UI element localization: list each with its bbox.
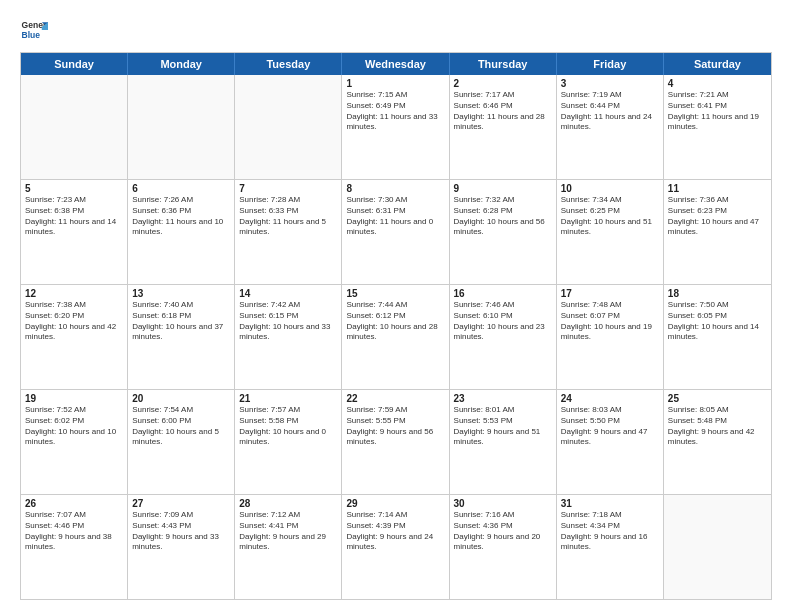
day-header-wednesday: Wednesday bbox=[342, 53, 449, 75]
day-header-saturday: Saturday bbox=[664, 53, 771, 75]
day-number: 4 bbox=[668, 78, 767, 89]
day-info: Sunrise: 7:42 AM Sunset: 6:15 PM Dayligh… bbox=[239, 300, 337, 343]
day-cell-23: 23Sunrise: 8:01 AM Sunset: 5:53 PM Dayli… bbox=[450, 390, 557, 494]
day-info: Sunrise: 7:18 AM Sunset: 4:34 PM Dayligh… bbox=[561, 510, 659, 553]
day-info: Sunrise: 8:05 AM Sunset: 5:48 PM Dayligh… bbox=[668, 405, 767, 448]
day-info: Sunrise: 7:28 AM Sunset: 6:33 PM Dayligh… bbox=[239, 195, 337, 238]
day-info: Sunrise: 7:57 AM Sunset: 5:58 PM Dayligh… bbox=[239, 405, 337, 448]
day-header-thursday: Thursday bbox=[450, 53, 557, 75]
day-cell-10: 10Sunrise: 7:34 AM Sunset: 6:25 PM Dayli… bbox=[557, 180, 664, 284]
day-info: Sunrise: 7:26 AM Sunset: 6:36 PM Dayligh… bbox=[132, 195, 230, 238]
day-cell-6: 6Sunrise: 7:26 AM Sunset: 6:36 PM Daylig… bbox=[128, 180, 235, 284]
svg-text:Blue: Blue bbox=[22, 30, 41, 40]
day-header-tuesday: Tuesday bbox=[235, 53, 342, 75]
day-number: 20 bbox=[132, 393, 230, 404]
day-cell-30: 30Sunrise: 7:16 AM Sunset: 4:36 PM Dayli… bbox=[450, 495, 557, 599]
logo: General Blue bbox=[20, 16, 48, 44]
day-cell-31: 31Sunrise: 7:18 AM Sunset: 4:34 PM Dayli… bbox=[557, 495, 664, 599]
day-number: 7 bbox=[239, 183, 337, 194]
day-cell-19: 19Sunrise: 7:52 AM Sunset: 6:02 PM Dayli… bbox=[21, 390, 128, 494]
day-number: 29 bbox=[346, 498, 444, 509]
day-number: 28 bbox=[239, 498, 337, 509]
calendar-week-2: 5Sunrise: 7:23 AM Sunset: 6:38 PM Daylig… bbox=[21, 179, 771, 284]
day-info: Sunrise: 7:50 AM Sunset: 6:05 PM Dayligh… bbox=[668, 300, 767, 343]
day-cell-28: 28Sunrise: 7:12 AM Sunset: 4:41 PM Dayli… bbox=[235, 495, 342, 599]
day-number: 6 bbox=[132, 183, 230, 194]
day-info: Sunrise: 7:52 AM Sunset: 6:02 PM Dayligh… bbox=[25, 405, 123, 448]
day-info: Sunrise: 7:15 AM Sunset: 6:49 PM Dayligh… bbox=[346, 90, 444, 133]
day-number: 2 bbox=[454, 78, 552, 89]
empty-cell bbox=[235, 75, 342, 179]
empty-cell bbox=[128, 75, 235, 179]
day-number: 3 bbox=[561, 78, 659, 89]
day-info: Sunrise: 8:01 AM Sunset: 5:53 PM Dayligh… bbox=[454, 405, 552, 448]
day-number: 31 bbox=[561, 498, 659, 509]
day-info: Sunrise: 7:46 AM Sunset: 6:10 PM Dayligh… bbox=[454, 300, 552, 343]
day-number: 13 bbox=[132, 288, 230, 299]
day-info: Sunrise: 7:30 AM Sunset: 6:31 PM Dayligh… bbox=[346, 195, 444, 238]
day-number: 15 bbox=[346, 288, 444, 299]
day-cell-8: 8Sunrise: 7:30 AM Sunset: 6:31 PM Daylig… bbox=[342, 180, 449, 284]
day-number: 1 bbox=[346, 78, 444, 89]
day-number: 18 bbox=[668, 288, 767, 299]
logo-icon: General Blue bbox=[20, 16, 48, 44]
day-cell-14: 14Sunrise: 7:42 AM Sunset: 6:15 PM Dayli… bbox=[235, 285, 342, 389]
day-info: Sunrise: 7:09 AM Sunset: 4:43 PM Dayligh… bbox=[132, 510, 230, 553]
day-cell-21: 21Sunrise: 7:57 AM Sunset: 5:58 PM Dayli… bbox=[235, 390, 342, 494]
calendar: SundayMondayTuesdayWednesdayThursdayFrid… bbox=[20, 52, 772, 600]
day-header-friday: Friday bbox=[557, 53, 664, 75]
calendar-week-3: 12Sunrise: 7:38 AM Sunset: 6:20 PM Dayli… bbox=[21, 284, 771, 389]
day-info: Sunrise: 7:48 AM Sunset: 6:07 PM Dayligh… bbox=[561, 300, 659, 343]
day-number: 5 bbox=[25, 183, 123, 194]
empty-cell bbox=[21, 75, 128, 179]
day-cell-16: 16Sunrise: 7:46 AM Sunset: 6:10 PM Dayli… bbox=[450, 285, 557, 389]
day-info: Sunrise: 7:14 AM Sunset: 4:39 PM Dayligh… bbox=[346, 510, 444, 553]
calendar-body: 1Sunrise: 7:15 AM Sunset: 6:49 PM Daylig… bbox=[21, 75, 771, 599]
day-info: Sunrise: 7:07 AM Sunset: 4:46 PM Dayligh… bbox=[25, 510, 123, 553]
day-number: 25 bbox=[668, 393, 767, 404]
day-info: Sunrise: 7:21 AM Sunset: 6:41 PM Dayligh… bbox=[668, 90, 767, 133]
day-cell-9: 9Sunrise: 7:32 AM Sunset: 6:28 PM Daylig… bbox=[450, 180, 557, 284]
day-cell-13: 13Sunrise: 7:40 AM Sunset: 6:18 PM Dayli… bbox=[128, 285, 235, 389]
day-number: 12 bbox=[25, 288, 123, 299]
day-info: Sunrise: 7:59 AM Sunset: 5:55 PM Dayligh… bbox=[346, 405, 444, 448]
day-number: 26 bbox=[25, 498, 123, 509]
calendar-header: SundayMondayTuesdayWednesdayThursdayFrid… bbox=[21, 53, 771, 75]
calendar-week-1: 1Sunrise: 7:15 AM Sunset: 6:49 PM Daylig… bbox=[21, 75, 771, 179]
day-info: Sunrise: 7:12 AM Sunset: 4:41 PM Dayligh… bbox=[239, 510, 337, 553]
day-info: Sunrise: 8:03 AM Sunset: 5:50 PM Dayligh… bbox=[561, 405, 659, 448]
day-cell-5: 5Sunrise: 7:23 AM Sunset: 6:38 PM Daylig… bbox=[21, 180, 128, 284]
day-number: 10 bbox=[561, 183, 659, 194]
day-number: 30 bbox=[454, 498, 552, 509]
day-cell-15: 15Sunrise: 7:44 AM Sunset: 6:12 PM Dayli… bbox=[342, 285, 449, 389]
day-info: Sunrise: 7:54 AM Sunset: 6:00 PM Dayligh… bbox=[132, 405, 230, 448]
day-cell-27: 27Sunrise: 7:09 AM Sunset: 4:43 PM Dayli… bbox=[128, 495, 235, 599]
day-cell-2: 2Sunrise: 7:17 AM Sunset: 6:46 PM Daylig… bbox=[450, 75, 557, 179]
calendar-week-4: 19Sunrise: 7:52 AM Sunset: 6:02 PM Dayli… bbox=[21, 389, 771, 494]
day-info: Sunrise: 7:23 AM Sunset: 6:38 PM Dayligh… bbox=[25, 195, 123, 238]
day-header-monday: Monday bbox=[128, 53, 235, 75]
day-number: 23 bbox=[454, 393, 552, 404]
day-cell-25: 25Sunrise: 8:05 AM Sunset: 5:48 PM Dayli… bbox=[664, 390, 771, 494]
day-number: 27 bbox=[132, 498, 230, 509]
day-number: 11 bbox=[668, 183, 767, 194]
day-info: Sunrise: 7:36 AM Sunset: 6:23 PM Dayligh… bbox=[668, 195, 767, 238]
day-cell-29: 29Sunrise: 7:14 AM Sunset: 4:39 PM Dayli… bbox=[342, 495, 449, 599]
day-number: 8 bbox=[346, 183, 444, 194]
day-number: 19 bbox=[25, 393, 123, 404]
day-info: Sunrise: 7:34 AM Sunset: 6:25 PM Dayligh… bbox=[561, 195, 659, 238]
day-cell-1: 1Sunrise: 7:15 AM Sunset: 6:49 PM Daylig… bbox=[342, 75, 449, 179]
day-number: 9 bbox=[454, 183, 552, 194]
day-number: 21 bbox=[239, 393, 337, 404]
calendar-week-5: 26Sunrise: 7:07 AM Sunset: 4:46 PM Dayli… bbox=[21, 494, 771, 599]
day-cell-24: 24Sunrise: 8:03 AM Sunset: 5:50 PM Dayli… bbox=[557, 390, 664, 494]
day-info: Sunrise: 7:19 AM Sunset: 6:44 PM Dayligh… bbox=[561, 90, 659, 133]
day-number: 22 bbox=[346, 393, 444, 404]
day-info: Sunrise: 7:16 AM Sunset: 4:36 PM Dayligh… bbox=[454, 510, 552, 553]
day-number: 16 bbox=[454, 288, 552, 299]
day-cell-4: 4Sunrise: 7:21 AM Sunset: 6:41 PM Daylig… bbox=[664, 75, 771, 179]
day-number: 24 bbox=[561, 393, 659, 404]
day-header-sunday: Sunday bbox=[21, 53, 128, 75]
day-cell-12: 12Sunrise: 7:38 AM Sunset: 6:20 PM Dayli… bbox=[21, 285, 128, 389]
day-cell-20: 20Sunrise: 7:54 AM Sunset: 6:00 PM Dayli… bbox=[128, 390, 235, 494]
